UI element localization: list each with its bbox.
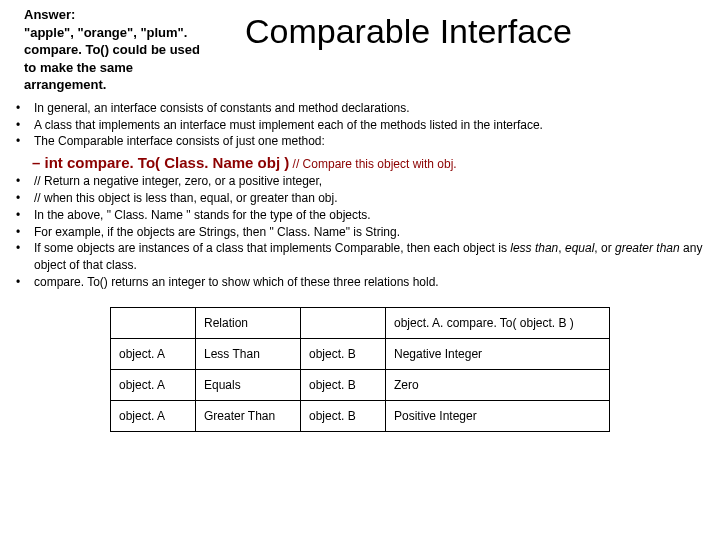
bullet-text: compare. To() returns an integer to show… [34, 274, 439, 291]
t: , or [594, 241, 615, 255]
cell-rel: Less Than [196, 338, 301, 369]
t: less than [510, 241, 558, 255]
cell-rel: Equals [196, 369, 301, 400]
bullet-dot: • [16, 240, 34, 257]
header-row: Answer: "apple", "orange", "plum". compa… [10, 6, 710, 94]
cell-b: object. B [301, 369, 386, 400]
bullet-item: • // Return a negative integer, zero, or… [16, 173, 710, 190]
th-relation: Relation [196, 307, 301, 338]
t: equal [565, 241, 594, 255]
bullet-dot: • [16, 274, 34, 291]
table-row: object. A Less Than object. B Negative I… [111, 338, 610, 369]
bullet-text: // Return a negative integer, zero, or a… [34, 173, 322, 190]
answer-line2: compare. To() could be used to make the … [24, 41, 205, 94]
answer-box: Answer: "apple", "orange", "plum". compa… [10, 6, 205, 94]
page-title: Comparable Interface [245, 12, 572, 51]
cell-b: object. B [301, 338, 386, 369]
table-row: object. A Greater Than object. B Positiv… [111, 400, 610, 431]
bullet-text: In the above, " Class. Name " stands for… [34, 207, 371, 224]
bullet-text: // when this object is less than, equal,… [34, 190, 338, 207]
bullet-item: • A class that implements an interface m… [16, 117, 710, 134]
bullet-text: The Comparable interface consists of jus… [34, 133, 325, 150]
answer-line1: "apple", "orange", "plum". [24, 24, 205, 42]
cell-a: object. A [111, 369, 196, 400]
bullet-item: • // when this object is less than, equa… [16, 190, 710, 207]
bullet-dot: • [16, 117, 34, 134]
method-signature: – int compare. To( Class. Name obj ) // … [10, 154, 710, 171]
bullet-item: • compare. To() returns an integer to sh… [16, 274, 710, 291]
table-row: object. A Equals object. B Zero [111, 369, 610, 400]
cell-res: Zero [386, 369, 610, 400]
th-result: object. A. compare. To( object. B ) [386, 307, 610, 338]
cell-a: object. A [111, 400, 196, 431]
bullet-dot: • [16, 207, 34, 224]
bullet-dot: • [16, 100, 34, 117]
bullet-item: • If some objects are instances of a cla… [16, 240, 710, 274]
table-header-row: Relation object. A. compare. To( object.… [111, 307, 610, 338]
t: , [558, 241, 565, 255]
bullet-group-1: • In general, an interface consists of c… [10, 100, 710, 150]
cell-a: object. A [111, 338, 196, 369]
cell-rel: Greater Than [196, 400, 301, 431]
answer-label: Answer: [24, 6, 205, 24]
bullet-text: For example, if the objects are Strings,… [34, 224, 400, 241]
bullet-text: A class that implements an interface mus… [34, 117, 543, 134]
bullet-dot: • [16, 224, 34, 241]
bullet-item: • In general, an interface consists of c… [16, 100, 710, 117]
bullet-item: • The Comparable interface consists of j… [16, 133, 710, 150]
cell-res: Positive Integer [386, 400, 610, 431]
bullet-text: In general, an interface consists of con… [34, 100, 410, 117]
t: If some objects are instances of a class… [34, 241, 510, 255]
relation-table: Relation object. A. compare. To( object.… [110, 307, 610, 432]
cell-res: Negative Integer [386, 338, 610, 369]
bullet-dot: • [16, 173, 34, 190]
signature-comment: // Compare this object with obj. [289, 157, 456, 171]
bullet-text: If some objects are instances of a class… [34, 240, 710, 274]
bullet-item: • In the above, " Class. Name " stands f… [16, 207, 710, 224]
t: greater than [615, 241, 680, 255]
cell-b: object. B [301, 400, 386, 431]
bullet-dot: • [16, 190, 34, 207]
signature-text: – int compare. To( Class. Name obj ) [32, 154, 289, 171]
bullet-group-2: • // Return a negative integer, zero, or… [10, 173, 710, 291]
th-blank [111, 307, 196, 338]
bullet-dot: • [16, 133, 34, 150]
bullet-item: • For example, if the objects are String… [16, 224, 710, 241]
th-blank [301, 307, 386, 338]
